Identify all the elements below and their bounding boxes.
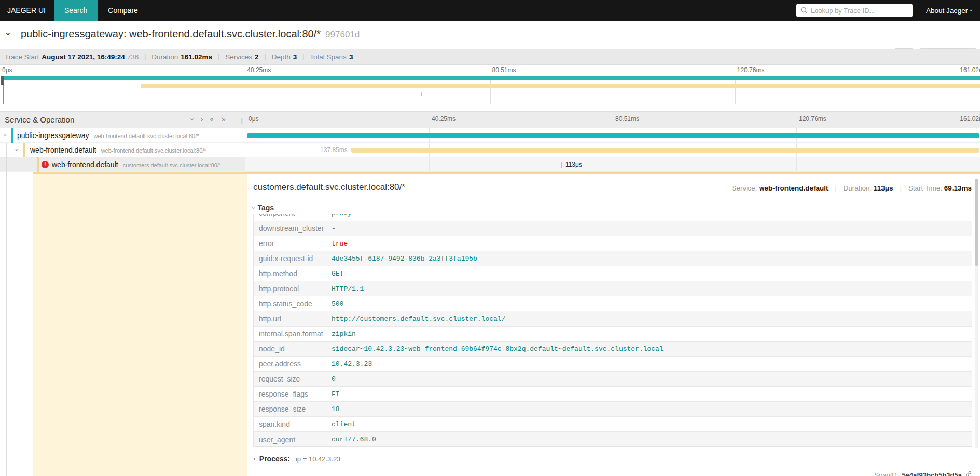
about-jaeger-menu[interactable]: About Jaeger › [926, 7, 973, 15]
tag-row: internal.span.formatzipkin [254, 327, 972, 342]
service-color-accent [37, 157, 39, 172]
minimap-span-customers-call [421, 92, 422, 96]
span-duration-label: 137.85ms [320, 146, 348, 154]
process-section-toggle[interactable]: › Process: ip = 10.42.3.23 [253, 455, 340, 463]
tag-row: guid:x-request-id4de3455f-6187-9492-836b… [254, 251, 972, 266]
expand-all-icon[interactable]: » [222, 116, 226, 123]
tag-key: span.kind [254, 420, 332, 428]
tick-label: 80.51ms [492, 66, 516, 74]
tag-key: response_size [254, 405, 332, 413]
separator: | [144, 53, 146, 60]
span-detail-title: customers.default.svc.cluster.local:80/* [253, 182, 405, 193]
tick-label: 161.02ms [960, 115, 980, 123]
span-timeline-cell[interactable]: 137.85ms [245, 143, 980, 157]
span-tree-cell[interactable]: ! web-frontend.defaultcustomers.default.… [0, 157, 245, 172]
tags-table: componentproxy downstream_cluster- error… [254, 214, 972, 447]
tree-indent-guide [6, 143, 7, 476]
span-bar[interactable] [561, 162, 562, 168]
collapse-children-icon[interactable]: › [2, 134, 9, 137]
total-spans-label: Total Spans [310, 53, 347, 61]
tick-label: 161.02ms [960, 66, 980, 74]
timeline-gridline [796, 157, 797, 171]
collapse-one-icon[interactable]: › [189, 118, 196, 121]
nav-tab-search[interactable]: Search [54, 0, 98, 21]
link-icon[interactable] [965, 470, 972, 476]
tag-value: GET [332, 270, 343, 278]
span-row-public-ingressgateway[interactable]: › public-ingressgatewayweb-frontend.defa… [0, 128, 980, 143]
tag-row: http.methodGET [254, 266, 972, 281]
tags-section-toggle[interactable]: › Tags [252, 203, 274, 212]
panel-resize-grip[interactable]: ‖ [240, 118, 243, 124]
tick-label: 120.76ms [799, 115, 826, 123]
jaeger-trace-page: JAEGER UI Search Compare About Jaeger › … [0, 0, 980, 476]
span-bar[interactable] [351, 148, 979, 153]
tag-row: response_size18 [254, 402, 972, 417]
span-detail-panel: customers.default.svc.cluster.local:80/*… [247, 174, 980, 476]
duration-label: Duration [151, 53, 178, 61]
separator: | [218, 53, 219, 60]
tick-label: 40.25ms [247, 66, 271, 74]
tag-value: http://customers.default.svc.cluster.loc… [332, 315, 505, 323]
separator: | [302, 53, 304, 60]
expand-one-icon[interactable]: › [201, 116, 204, 123]
process-label: Process: [259, 455, 290, 463]
trace-start-fraction: .736 [125, 53, 139, 61]
timeline-gridline [613, 157, 613, 171]
tag-key: http.protocol [254, 284, 332, 293]
trace-title: public-ingressgateway: web-frontend.defa… [21, 28, 360, 40]
trace-minimap[interactable]: 0μs 40.25ms 80.51ms 120.76ms 161.02ms [0, 65, 980, 105]
minimap-tick-labels: 0μs 40.25ms 80.51ms 120.76ms 161.02ms [0, 66, 980, 75]
span-row-web-frontend[interactable]: › web-frontend.defaultweb-frontend.defau… [0, 143, 980, 157]
tag-row: http.status_code500 [254, 296, 972, 311]
tick-label: 120.76ms [737, 66, 765, 74]
process-value: ip = 10.42.3.23 [296, 455, 340, 463]
brand-jaeger-ui[interactable]: JAEGER UI [0, 0, 54, 21]
tags-section-label: Tags [257, 203, 274, 212]
tag-value: - [332, 225, 336, 233]
trace-lookup-input[interactable] [796, 4, 913, 17]
minimap-canvas[interactable] [0, 76, 980, 104]
tag-value: 18 [332, 405, 340, 413]
tag-row: node_idsidecar~10.42.3.23~web-frontend-6… [254, 342, 972, 357]
tags-table-viewport[interactable]: componentproxy downstream_cluster- error… [253, 214, 972, 447]
tag-value-error: true [332, 240, 348, 248]
detail-scrollbar[interactable] [975, 179, 978, 448]
collapse-all-icon[interactable]: » [209, 117, 216, 122]
tag-key: http.method [254, 269, 332, 278]
minimap-gridline [735, 76, 736, 104]
trace-start-label: Trace Start [5, 53, 39, 61]
span-detail-stats: Service: web-frontend.default | Duration… [731, 184, 972, 192]
about-jaeger-label: About Jaeger [926, 7, 968, 15]
span-timeline-cell[interactable] [245, 128, 980, 143]
duration-label: Duration: [844, 184, 872, 192]
nav-right-group: About Jaeger › [796, 0, 980, 21]
minimap-scrubber-handle[interactable] [1, 76, 4, 85]
tick-label: 40.25ms [432, 115, 456, 123]
minimap-gridline [245, 76, 245, 104]
span-tree-cell[interactable]: › web-frontend.defaultweb-frontend.defau… [0, 143, 245, 157]
collapse-trace-chevron-icon[interactable]: › [4, 32, 12, 36]
nav-tab-compare[interactable]: Compare [98, 0, 148, 21]
span-row-web-frontend-customers[interactable]: ! web-frontend.defaultcustomers.default.… [0, 157, 980, 172]
tag-row: peer.address10.42.3.23 [254, 357, 972, 372]
span-timeline-cell[interactable]: 113μs [245, 157, 980, 172]
minimap-gridline [490, 76, 491, 104]
tag-row: downstream_cluster- [254, 221, 972, 236]
span-bar[interactable] [247, 133, 979, 138]
tag-value: 500 [332, 300, 343, 308]
chevron-right-icon: › [253, 456, 256, 462]
tag-value: client [332, 420, 356, 428]
timeline-collapse-controls: › › » » [191, 116, 226, 123]
search-icon [800, 7, 808, 16]
separator: | [900, 184, 902, 192]
top-navbar: JAEGER UI Search Compare About Jaeger › [0, 0, 980, 21]
collapse-children-icon[interactable]: › [13, 148, 20, 151]
detail-scrollbar-thumb[interactable] [975, 179, 978, 266]
span-duration-label: 113μs [565, 161, 582, 168]
tag-value: zipkin [332, 330, 356, 338]
tag-key: response_flags [254, 390, 332, 398]
operation-name: web-frontend.default.svc.cluster.local:8… [94, 133, 199, 139]
span-tree-cell[interactable]: › public-ingressgatewayweb-frontend.defa… [0, 128, 245, 143]
trace-id: 997601d [325, 30, 360, 39]
tick-label: 80.51ms [615, 115, 639, 123]
